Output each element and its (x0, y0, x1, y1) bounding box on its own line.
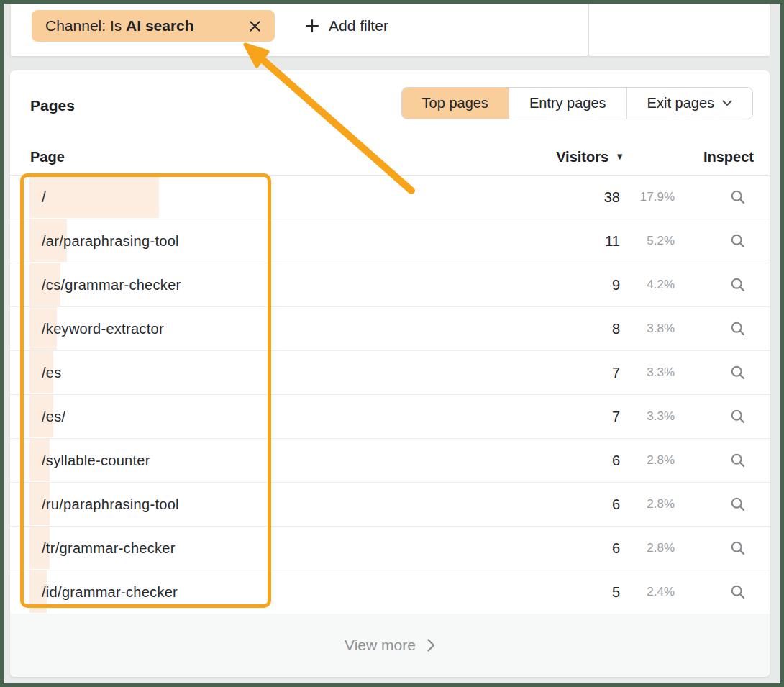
visitors-cell: 6 (612, 483, 620, 526)
pages-card-header: Pages Top pages Entry pages Exit pages (10, 70, 770, 141)
pages-tab-group: Top pages Entry pages Exit pages (401, 87, 753, 119)
close-icon[interactable] (249, 20, 261, 32)
percent-cell: 3.8% (647, 307, 675, 350)
magnifier-icon (730, 189, 746, 205)
chevron-right-icon (427, 639, 435, 652)
inspect-button[interactable] (724, 228, 752, 254)
page-cell: /es (42, 351, 62, 394)
inspect-button[interactable] (724, 579, 752, 605)
table-row: /tr/grammar-checker 6 2.8% (10, 527, 770, 570)
percent-cell: 2.8% (647, 527, 675, 570)
toolbar-card (589, 4, 770, 56)
table-row: /id/grammar-checker 5 2.4% (10, 570, 770, 614)
visitors-cell: 6 (612, 439, 620, 482)
percent-cell: 4.2% (647, 263, 675, 306)
page-cell: /syllable-counter (42, 439, 150, 482)
percent-cell: 2.8% (647, 439, 675, 482)
add-filter-button[interactable]: Add filter (301, 17, 393, 35)
visitors-cell: 8 (612, 307, 620, 350)
inspect-button[interactable] (724, 272, 752, 298)
inspect-button[interactable] (724, 360, 752, 386)
magnifier-icon (730, 277, 746, 293)
magnifier-icon (730, 496, 746, 512)
magnifier-icon (730, 452, 746, 468)
plus-icon (305, 19, 319, 33)
inspect-button[interactable] (724, 491, 752, 517)
page-cell: /cs/grammar-checker (42, 263, 181, 306)
view-more-label: View more (345, 637, 416, 654)
table-row: /cs/grammar-checker 9 4.2% (10, 263, 770, 307)
table-body: / 38 17.9% /ar/paraphrasing-tool 11 5.2%… (10, 176, 770, 614)
inspect-button[interactable] (724, 316, 752, 342)
page-cell: /es/ (42, 395, 65, 438)
magnifier-icon (730, 409, 746, 424)
screenshot-frame: Channel: Is AI search Add filter Pages T… (0, 0, 784, 687)
visitors-cell: 38 (604, 176, 620, 219)
table-row: /ru/paraphrasing-tool 6 2.8% (10, 483, 770, 527)
page-cell: /ar/paraphrasing-tool (42, 219, 179, 263)
tab-entry-pages[interactable]: Entry pages (509, 88, 626, 119)
table-header-row: Page Visitors ▼ Inspect (10, 141, 770, 176)
filter-chip-label: Channel: Is AI search (45, 17, 194, 35)
magnifier-icon (730, 540, 746, 556)
inspect-button[interactable] (724, 404, 752, 429)
visitors-cell: 6 (612, 527, 620, 570)
page-cell: / (42, 176, 46, 219)
chevron-down-icon (722, 100, 732, 106)
column-header-inspect: Inspect (703, 141, 754, 173)
filter-bar: Channel: Is AI search Add filter (11, 4, 588, 56)
visitors-bar (29, 176, 159, 218)
table-row: /es 7 3.3% (10, 351, 770, 395)
inspect-button[interactable] (724, 535, 752, 561)
page-cell: /tr/grammar-checker (42, 527, 176, 570)
percent-cell: 3.3% (647, 395, 675, 438)
pages-card: Pages Top pages Entry pages Exit pages P… (10, 70, 770, 677)
visitors-cell: 9 (612, 263, 620, 306)
visitors-cell: 5 (612, 570, 620, 614)
column-header-page: Page (30, 141, 65, 173)
page-cell: /keyword-extractor (42, 307, 164, 350)
percent-cell: 5.2% (647, 219, 675, 263)
page-cell: /id/grammar-checker (42, 570, 178, 614)
magnifier-icon (730, 584, 746, 600)
page-cell: /ru/paraphrasing-tool (42, 483, 179, 526)
table-row: /syllable-counter 6 2.8% (10, 439, 770, 483)
percent-cell: 17.9% (640, 176, 675, 219)
sort-desc-icon: ▼ (615, 141, 624, 173)
page-title: Pages (30, 97, 75, 114)
table-row: /es/ 7 3.3% (10, 395, 770, 439)
table-row: /keyword-extractor 8 3.8% (10, 307, 770, 351)
filter-chip[interactable]: Channel: Is AI search (32, 10, 275, 42)
magnifier-icon (730, 233, 746, 249)
table-row: /ar/paraphrasing-tool 11 5.2% (10, 219, 770, 263)
tab-exit-pages[interactable]: Exit pages (626, 88, 752, 119)
inspect-button[interactable] (724, 184, 752, 210)
view-more-button[interactable]: View more (10, 614, 770, 677)
page-background: Channel: Is AI search Add filter Pages T… (4, 4, 780, 683)
percent-cell: 2.4% (647, 570, 675, 614)
percent-cell: 3.3% (647, 351, 675, 394)
tab-top-pages[interactable]: Top pages (402, 88, 509, 119)
column-header-visitors[interactable]: Visitors ▼ (556, 141, 624, 173)
percent-cell: 2.8% (647, 483, 675, 526)
visitors-cell: 11 (605, 219, 620, 263)
add-filter-label: Add filter (329, 17, 388, 35)
visitors-cell: 7 (612, 395, 620, 438)
table-row: / 38 17.9% (10, 176, 770, 219)
visitors-cell: 7 (612, 351, 620, 394)
magnifier-icon (730, 365, 746, 381)
magnifier-icon (730, 321, 746, 337)
inspect-button[interactable] (724, 447, 752, 473)
